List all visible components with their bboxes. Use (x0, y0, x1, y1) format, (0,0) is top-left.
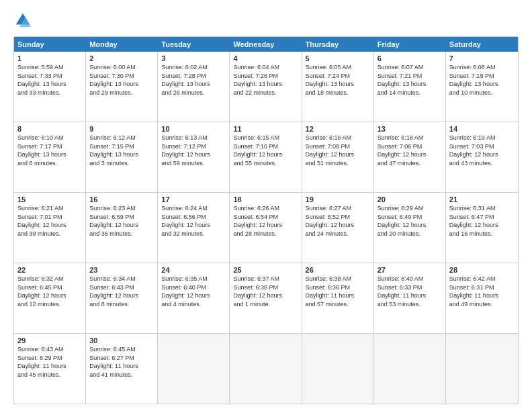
calendar-cell-30: 30Sunrise: 6:45 AMSunset: 6:27 PMDayligh… (86, 334, 158, 404)
day-number: 29 (17, 336, 82, 345)
logo-icon (13, 11, 32, 30)
header-day-sunday: Sunday (14, 37, 86, 52)
cell-info: Sunrise: 6:32 AMSunset: 6:45 PMDaylight:… (17, 275, 82, 308)
header-day-monday: Monday (86, 37, 158, 52)
calendar-cell-2: 2Sunrise: 6:00 AMSunset: 7:30 PMDaylight… (86, 52, 158, 122)
calendar-cell-14: 14Sunrise: 6:19 AMSunset: 7:03 PMDayligh… (446, 122, 518, 192)
calendar-row-2: 8Sunrise: 6:10 AMSunset: 7:17 PMDaylight… (14, 122, 518, 193)
cell-info: Sunrise: 6:00 AMSunset: 7:30 PMDaylight:… (89, 63, 154, 97)
calendar-row-1: 1Sunrise: 5:59 AMSunset: 7:33 PMDaylight… (14, 52, 518, 122)
calendar-cell-19: 19Sunrise: 6:27 AMSunset: 6:52 PMDayligh… (302, 193, 374, 263)
calendar-body: 1Sunrise: 5:59 AMSunset: 7:33 PMDaylight… (14, 52, 518, 404)
calendar-cell-20: 20Sunrise: 6:29 AMSunset: 6:49 PMDayligh… (374, 193, 446, 263)
day-number: 30 (89, 336, 154, 345)
day-number: 10 (161, 125, 226, 133)
calendar-cell-empty-4-3 (230, 334, 302, 404)
cell-info: Sunrise: 6:21 AMSunset: 7:01 PMDaylight:… (17, 204, 82, 238)
cell-info: Sunrise: 6:37 AMSunset: 6:38 PMDaylight:… (233, 275, 298, 308)
calendar-cell-18: 18Sunrise: 6:26 AMSunset: 6:54 PMDayligh… (230, 193, 302, 263)
logo (13, 11, 35, 30)
cell-info: Sunrise: 6:10 AMSunset: 7:17 PMDaylight:… (17, 134, 82, 167)
day-number: 12 (306, 125, 370, 133)
day-number: 13 (378, 125, 442, 133)
day-number: 21 (449, 195, 515, 203)
calendar-cell-27: 27Sunrise: 6:40 AMSunset: 6:33 PMDayligh… (374, 263, 446, 333)
day-number: 8 (17, 125, 82, 133)
cell-info: Sunrise: 6:29 AMSunset: 6:49 PMDaylight:… (378, 204, 442, 238)
day-number: 27 (378, 266, 442, 274)
calendar-cell-13: 13Sunrise: 6:18 AMSunset: 7:06 PMDayligh… (374, 122, 446, 192)
calendar-cell-15: 15Sunrise: 6:21 AMSunset: 7:01 PMDayligh… (14, 193, 86, 263)
calendar-cell-25: 25Sunrise: 6:37 AMSunset: 6:38 PMDayligh… (230, 263, 302, 333)
day-number: 7 (449, 54, 515, 62)
day-number: 25 (233, 266, 298, 274)
day-number: 17 (161, 195, 226, 203)
header-day-tuesday: Tuesday (158, 37, 230, 52)
cell-info: Sunrise: 6:45 AMSunset: 6:27 PMDaylight:… (89, 345, 154, 379)
calendar-cell-4: 4Sunrise: 6:04 AMSunset: 7:26 PMDaylight… (230, 52, 302, 122)
cell-info: Sunrise: 6:18 AMSunset: 7:06 PMDaylight:… (378, 134, 442, 167)
day-number: 15 (17, 195, 82, 203)
header (13, 11, 519, 30)
cell-info: Sunrise: 6:19 AMSunset: 7:03 PMDaylight:… (449, 134, 515, 167)
cell-info: Sunrise: 6:34 AMSunset: 6:43 PMDaylight:… (89, 275, 154, 308)
calendar-cell-7: 7Sunrise: 6:08 AMSunset: 7:19 PMDaylight… (446, 52, 518, 122)
header-day-friday: Friday (374, 37, 446, 52)
calendar-cell-9: 9Sunrise: 6:12 AMSunset: 7:15 PMDaylight… (86, 122, 158, 192)
day-number: 9 (89, 125, 154, 133)
cell-info: Sunrise: 6:42 AMSunset: 6:31 PMDaylight:… (449, 275, 515, 308)
day-number: 2 (89, 54, 154, 62)
day-number: 18 (233, 195, 298, 203)
calendar-cell-11: 11Sunrise: 6:15 AMSunset: 7:10 PMDayligh… (230, 122, 302, 192)
calendar-cell-6: 6Sunrise: 6:07 AMSunset: 7:21 PMDaylight… (374, 52, 446, 122)
calendar-cell-24: 24Sunrise: 6:35 AMSunset: 6:40 PMDayligh… (158, 263, 230, 333)
day-number: 22 (17, 266, 82, 274)
cell-info: Sunrise: 6:31 AMSunset: 6:47 PMDaylight:… (449, 204, 515, 238)
cell-info: Sunrise: 6:26 AMSunset: 6:54 PMDaylight:… (233, 204, 298, 238)
cell-info: Sunrise: 6:08 AMSunset: 7:19 PMDaylight:… (449, 63, 515, 97)
cell-info: Sunrise: 6:13 AMSunset: 7:12 PMDaylight:… (161, 134, 226, 167)
calendar-cell-empty-4-5 (374, 334, 446, 404)
calendar-cell-8: 8Sunrise: 6:10 AMSunset: 7:17 PMDaylight… (14, 122, 86, 192)
calendar-cell-22: 22Sunrise: 6:32 AMSunset: 6:45 PMDayligh… (14, 263, 86, 333)
day-number: 20 (378, 195, 442, 203)
calendar-cell-5: 5Sunrise: 6:05 AMSunset: 7:24 PMDaylight… (302, 52, 374, 122)
cell-info: Sunrise: 5:59 AMSunset: 7:33 PMDaylight:… (17, 63, 82, 97)
calendar-cell-23: 23Sunrise: 6:34 AMSunset: 6:43 PMDayligh… (86, 263, 158, 333)
day-number: 28 (449, 266, 515, 274)
calendar-cell-16: 16Sunrise: 6:23 AMSunset: 6:59 PMDayligh… (86, 193, 158, 263)
cell-info: Sunrise: 6:02 AMSunset: 7:28 PMDaylight:… (161, 63, 226, 97)
cell-info: Sunrise: 6:16 AMSunset: 7:08 PMDaylight:… (306, 134, 370, 167)
day-number: 5 (306, 54, 370, 62)
calendar: SundayMondayTuesdayWednesdayThursdayFrid… (13, 36, 519, 404)
cell-info: Sunrise: 6:40 AMSunset: 6:33 PMDaylight:… (378, 275, 442, 308)
cell-info: Sunrise: 6:35 AMSunset: 6:40 PMDaylight:… (161, 275, 226, 308)
day-number: 6 (378, 54, 442, 62)
calendar-cell-empty-4-6 (446, 334, 518, 404)
day-number: 11 (233, 125, 298, 133)
day-number: 26 (306, 266, 370, 274)
calendar-cell-29: 29Sunrise: 6:43 AMSunset: 6:29 PMDayligh… (14, 334, 86, 404)
cell-info: Sunrise: 6:15 AMSunset: 7:10 PMDaylight:… (233, 134, 298, 167)
day-number: 3 (161, 54, 226, 62)
cell-info: Sunrise: 6:05 AMSunset: 7:24 PMDaylight:… (306, 63, 370, 97)
cell-info: Sunrise: 6:07 AMSunset: 7:21 PMDaylight:… (378, 63, 442, 97)
calendar-cell-28: 28Sunrise: 6:42 AMSunset: 6:31 PMDayligh… (446, 263, 518, 333)
calendar-cell-3: 3Sunrise: 6:02 AMSunset: 7:28 PMDaylight… (158, 52, 230, 122)
cell-info: Sunrise: 6:27 AMSunset: 6:52 PMDaylight:… (306, 204, 370, 238)
cell-info: Sunrise: 6:43 AMSunset: 6:29 PMDaylight:… (17, 345, 82, 379)
page: SundayMondayTuesdayWednesdayThursdayFrid… (0, 0, 532, 411)
header-day-saturday: Saturday (446, 37, 518, 52)
day-number: 4 (233, 54, 298, 62)
day-number: 14 (449, 125, 515, 133)
calendar-cell-17: 17Sunrise: 6:24 AMSunset: 6:56 PMDayligh… (158, 193, 230, 263)
header-day-wednesday: Wednesday (230, 37, 302, 52)
day-number: 19 (306, 195, 370, 203)
cell-info: Sunrise: 6:24 AMSunset: 6:56 PMDaylight:… (161, 204, 226, 238)
calendar-row-4: 22Sunrise: 6:32 AMSunset: 6:45 PMDayligh… (14, 263, 518, 334)
calendar-row-5: 29Sunrise: 6:43 AMSunset: 6:29 PMDayligh… (14, 334, 518, 404)
header-day-thursday: Thursday (302, 37, 374, 52)
cell-info: Sunrise: 6:12 AMSunset: 7:15 PMDaylight:… (89, 134, 154, 167)
day-number: 1 (17, 54, 82, 62)
calendar-row-3: 15Sunrise: 6:21 AMSunset: 7:01 PMDayligh… (14, 193, 518, 263)
